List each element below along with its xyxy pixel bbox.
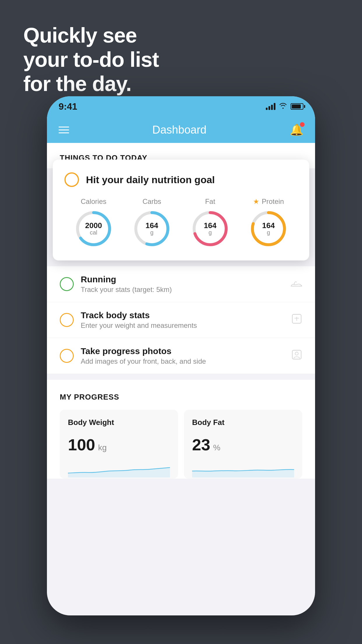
nav-title: Dashboard: [152, 124, 207, 136]
notification-dot: [300, 122, 305, 127]
body-weight-unit: kg: [98, 443, 107, 452]
progress-title: MY PROGRESS: [60, 393, 302, 402]
body-fat-sparkline: [192, 460, 294, 477]
running-shoe-icon: [291, 278, 302, 291]
carbs-label: Carbs: [143, 197, 161, 206]
nutrition-card-title: Hit your daily nutrition goal: [86, 174, 215, 186]
svg-point-13: [295, 352, 298, 355]
running-check-circle: [60, 277, 74, 291]
todo-item-photos[interactable]: Take progress photos Add images of your …: [47, 338, 315, 374]
body-weight-value: 100: [68, 435, 95, 454]
protein-circle: 164 g: [249, 210, 287, 248]
calories-label: Calories: [81, 197, 106, 206]
running-title: Running: [81, 274, 284, 284]
status-icons: [266, 102, 303, 111]
nutrition-carbs: Carbs 164 g: [133, 197, 171, 248]
body-weight-title: Body Weight: [68, 418, 170, 427]
body-fat-card[interactable]: Body Fat 23 %: [184, 410, 302, 479]
photos-check-circle: [60, 349, 74, 363]
body-stats-check-circle: [60, 313, 74, 327]
nutrition-card-header: Hit your daily nutrition goal: [64, 172, 298, 187]
star-icon: ★: [253, 197, 259, 206]
running-text: Running Track your stats (target: 5km): [81, 274, 284, 294]
todo-item-running[interactable]: Running Track your stats (target: 5km): [47, 266, 315, 302]
photos-subtitle: Add images of your front, back, and side: [81, 357, 284, 365]
phone-frame: 9:41 Da: [47, 96, 315, 615]
scale-icon: [291, 313, 302, 327]
body-stats-title: Track body stats: [81, 310, 284, 320]
nav-bar: Dashboard 🔔: [47, 117, 315, 143]
todo-item-body-stats[interactable]: Track body stats Enter your weight and m…: [47, 302, 315, 338]
running-subtitle: Track your stats (target: 5km): [81, 286, 284, 294]
body-stats-subtitle: Enter your weight and measurements: [81, 321, 284, 330]
hamburger-menu[interactable]: [59, 127, 69, 133]
progress-cards: Body Weight 100 kg Body Fat 23 %: [60, 410, 302, 479]
svg-rect-12: [292, 350, 301, 359]
body-weight-sparkline: [68, 460, 170, 477]
body-fat-value: 23: [192, 435, 210, 454]
photos-text: Take progress photos Add images of your …: [81, 346, 284, 365]
wifi-icon: [279, 102, 287, 111]
body-fat-unit: %: [213, 443, 220, 452]
body-weight-value-row: 100 kg: [68, 435, 170, 454]
progress-section: MY PROGRESS Body Weight 100 kg Body Fat …: [47, 380, 315, 479]
body-stats-text: Track body stats Enter your weight and m…: [81, 310, 284, 330]
photos-title: Take progress photos: [81, 346, 284, 356]
nutrition-items-row: Calories 2000 cal Carbs: [64, 197, 298, 248]
status-bar: 9:41: [47, 96, 315, 117]
notification-bell-icon[interactable]: 🔔: [290, 123, 303, 136]
body-weight-card[interactable]: Body Weight 100 kg: [60, 410, 178, 479]
signal-icon: [266, 103, 275, 110]
nutrition-calories: Calories 2000 cal: [75, 197, 113, 248]
person-icon: [291, 349, 302, 363]
status-time: 9:41: [59, 101, 77, 112]
fat-circle: 164 g: [191, 210, 229, 248]
hero-line2: your to-do list: [23, 48, 159, 72]
hero-line3: for the day.: [23, 72, 159, 96]
body-fat-value-row: 23 %: [192, 435, 294, 454]
nutrition-check-circle: [64, 172, 79, 187]
calories-circle: 2000 cal: [75, 210, 113, 248]
nutrition-protein: ★ Protein 164 g: [249, 197, 287, 248]
hero-text: Quickly see your to-do list for the day.: [23, 23, 159, 96]
body-fat-title: Body Fat: [192, 418, 294, 427]
carbs-circle: 164 g: [133, 210, 171, 248]
hero-line1: Quickly see: [23, 23, 159, 48]
fat-label: Fat: [205, 197, 215, 206]
nutrition-goal-card[interactable]: Hit your daily nutrition goal Calories 2…: [53, 160, 309, 260]
protein-label: Protein: [262, 197, 284, 206]
todo-list: Running Track your stats (target: 5km) T…: [47, 266, 315, 374]
nutrition-fat: Fat 164 g: [191, 197, 229, 248]
battery-icon: [291, 103, 303, 110]
